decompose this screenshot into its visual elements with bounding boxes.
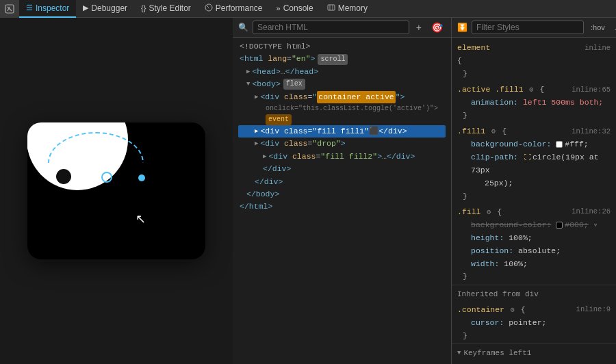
html-line: <html lang="en"> scroll bbox=[238, 53, 446, 65]
hov-button[interactable]: :hov bbox=[588, 22, 608, 33]
inspector-icon: ☰ bbox=[26, 3, 33, 12]
dot-outline bbox=[101, 172, 112, 183]
close-brace: } bbox=[457, 190, 611, 203]
html-line: </html> bbox=[238, 200, 446, 213]
clip-path-icon[interactable]: ⛶ bbox=[524, 154, 531, 161]
html-line: event bbox=[238, 114, 446, 125]
svg-rect-2 bbox=[328, 5, 335, 10]
style-rule-fill1: .fill1 ⚙ { inline:32 background-color: #… bbox=[452, 124, 616, 205]
preview-panel: ↖ bbox=[0, 18, 233, 364]
html-line: ▶ <div class="drop"> bbox=[238, 138, 446, 150]
html-line-selected[interactable]: ▶ <div class="fill fill1"⬛</div> bbox=[238, 125, 446, 138]
strikethrough-indicator: ▿ bbox=[593, 221, 598, 229]
html-line: onclick="this.classList.toggle('active')… bbox=[238, 103, 446, 114]
style-prop: width: 100%; bbox=[457, 258, 611, 271]
triangle-container[interactable]: ▶ bbox=[255, 92, 258, 102]
search-icon: 🔍 bbox=[238, 23, 248, 32]
style-prop: animation: left1 500ms both; bbox=[457, 96, 611, 109]
style-rule-container: .container ⚙ { inline:9 cursor: pointer;… bbox=[452, 302, 616, 344]
filter-icon: ⏬ bbox=[457, 23, 467, 32]
cls-button[interactable]: .cls bbox=[612, 22, 616, 33]
debugger-icon: ▶ bbox=[83, 3, 88, 12]
html-content: <!DOCTYPE html> <html lang="en"> scroll … bbox=[233, 38, 451, 216]
html-toolbar: 🔍 + 🎯 bbox=[233, 18, 451, 38]
html-line: ▼ <body> flex bbox=[238, 78, 446, 90]
triangle-fill2[interactable]: ▶ bbox=[263, 152, 266, 161]
tab-inspector[interactable]: ☰ Inspector bbox=[19, 0, 76, 18]
gear-icon[interactable]: ⚙ bbox=[487, 209, 491, 216]
close-brace: } bbox=[457, 109, 611, 122]
tab-style-editor[interactable]: {} Style Editor bbox=[134, 0, 198, 18]
style-prop: background-color: #000; ▿ bbox=[457, 219, 611, 232]
style-prop: background-color: #fff; bbox=[457, 138, 611, 151]
scroll-badge[interactable]: scroll bbox=[318, 54, 348, 65]
tab-style-editor-label: Style Editor bbox=[149, 3, 190, 13]
add-node-button[interactable]: + bbox=[413, 21, 424, 34]
dot-black bbox=[56, 169, 71, 184]
tab-performance-label: Performance bbox=[216, 3, 263, 13]
dot-solid-blue bbox=[138, 174, 145, 181]
performance-icon bbox=[205, 3, 213, 13]
html-panel: 🔍 + 🎯 <!DOCTYPE html> <html lang="en"> s… bbox=[233, 18, 452, 364]
tab-console[interactable]: » Console bbox=[270, 0, 320, 18]
html-line: </div> bbox=[238, 176, 446, 188]
gear-icon[interactable]: ⚙ bbox=[511, 307, 515, 314]
inherited-header: Inherited from div bbox=[452, 285, 616, 302]
selector-fill: .fill ⚙ { bbox=[457, 206, 502, 219]
style-prop: height: 100%; bbox=[457, 232, 611, 245]
styles-panel: ⏬ :hov .cls + element inline { } bbox=[452, 18, 616, 364]
keyframes-header: ▼ Keyframes left1 bbox=[452, 343, 616, 361]
style-rule-fill: .fill ⚙ { inline:26 background-color: #0… bbox=[452, 205, 616, 285]
html-search-input[interactable] bbox=[253, 21, 409, 34]
tab-inspector-label: Inspector bbox=[36, 3, 69, 13]
style-prop: clip-path: ⛶circle(19px at 73px 25px); bbox=[457, 151, 611, 190]
style-rule-active-fill1: .active .fill1 ⚙ { inline:65 animation: … bbox=[452, 82, 616, 124]
triangle-body[interactable]: ▼ bbox=[246, 79, 250, 89]
html-line: <!DOCTYPE html> bbox=[238, 40, 446, 53]
style-rule-element: element inline { } bbox=[452, 40, 616, 82]
style-prop: position: absolute; bbox=[457, 245, 611, 258]
selector-container: .container ⚙ { bbox=[457, 304, 526, 317]
animation-preview[interactable]: ↖ bbox=[27, 122, 205, 259]
inspect-button[interactable] bbox=[0, 0, 19, 18]
triangle-head[interactable]: ▶ bbox=[246, 67, 250, 77]
close-brace: } bbox=[457, 330, 611, 343]
style-editor-icon: {} bbox=[141, 4, 146, 12]
pick-element-button[interactable]: 🎯 bbox=[428, 21, 446, 34]
memory-icon bbox=[327, 3, 335, 13]
main-content: ↖ 🔍 + 🎯 <!DOCTYPE html> <html lang="en">… bbox=[0, 18, 616, 364]
styles-search-input[interactable] bbox=[472, 21, 584, 34]
style-prop: cursor: pointer; bbox=[457, 317, 611, 330]
html-line: ▶ <head>…</head> bbox=[238, 66, 446, 78]
html-line: </div> bbox=[238, 163, 446, 175]
selector-element: element bbox=[457, 42, 490, 55]
tab-debugger[interactable]: ▶ Debugger bbox=[76, 0, 134, 18]
html-line: </body> bbox=[238, 188, 446, 200]
html-line: ▶ <div class="fill fill2">…</div> bbox=[238, 151, 446, 163]
tab-console-label: Console bbox=[283, 3, 313, 13]
tab-performance[interactable]: Performance bbox=[198, 0, 270, 18]
styles-toolbar: ⏬ :hov .cls + bbox=[452, 18, 616, 38]
color-swatch-white[interactable] bbox=[556, 141, 563, 148]
tab-memory[interactable]: Memory bbox=[320, 0, 374, 18]
cursor-icon: ↖ bbox=[136, 211, 146, 226]
tab-debugger-label: Debugger bbox=[91, 3, 127, 13]
tab-memory-label: Memory bbox=[338, 3, 368, 13]
html-line: ▶ <div class="container active" > bbox=[238, 91, 446, 103]
gear-icon[interactable]: ⚙ bbox=[491, 128, 496, 135]
style-rule-0pct: 0% { inline:81 clip-path: ⛶circle(19px a… bbox=[452, 361, 616, 364]
close-brace: } bbox=[457, 270, 611, 283]
console-icon: » bbox=[277, 4, 281, 12]
triangle-drop[interactable]: ▶ bbox=[255, 139, 258, 148]
gear-icon[interactable]: ⚙ bbox=[530, 86, 534, 94]
selector-fill1: .fill1 ⚙ { bbox=[457, 125, 506, 138]
event-badge[interactable]: event bbox=[266, 114, 292, 125]
devtools-toolbar: ☰ Inspector ▶ Debugger {} Style Editor P… bbox=[0, 0, 616, 18]
triangle-fill1[interactable]: ▶ bbox=[255, 127, 258, 136]
styles-content: element inline { } .active .fill1 ⚙ { in… bbox=[452, 38, 616, 364]
selector-active-fill1: .active .fill1 ⚙ { bbox=[457, 83, 544, 96]
flex-badge[interactable]: flex bbox=[283, 79, 305, 90]
color-swatch-black[interactable] bbox=[556, 222, 563, 229]
